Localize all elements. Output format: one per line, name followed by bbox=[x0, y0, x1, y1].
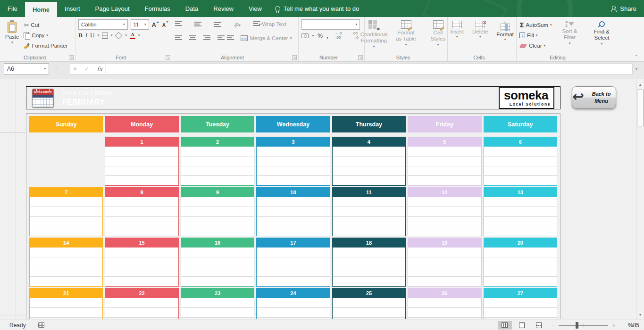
note-line[interactable] bbox=[333, 226, 405, 236]
cut-button[interactable]: ✂ Cut bbox=[24, 20, 67, 30]
date-cell-11[interactable]: 11 bbox=[332, 187, 406, 236]
note-line[interactable] bbox=[408, 267, 481, 277]
note-line[interactable] bbox=[333, 197, 405, 207]
tab-data[interactable]: Data bbox=[178, 0, 206, 17]
vertical-scrollbar[interactable]: ▲ ▼ bbox=[636, 79, 644, 320]
date-notes-area[interactable] bbox=[30, 298, 102, 319]
date-cell-22[interactable]: 22 bbox=[105, 288, 178, 319]
formula-bar-expand-icon[interactable]: ▾ bbox=[633, 67, 640, 71]
note-line[interactable] bbox=[408, 226, 481, 236]
number-dialog-launcher[interactable]: ↘ bbox=[358, 55, 363, 60]
note-line[interactable] bbox=[333, 257, 405, 267]
date-notes-area[interactable] bbox=[408, 248, 481, 286]
scroll-down-arrow[interactable]: ▼ bbox=[636, 310, 644, 319]
align-right-icon[interactable] bbox=[203, 35, 210, 41]
number-format-combo[interactable]: ▾ bbox=[301, 19, 360, 30]
note-line[interactable] bbox=[105, 157, 178, 166]
note-line[interactable] bbox=[408, 207, 481, 217]
date-notes-area[interactable] bbox=[484, 147, 557, 185]
note-line[interactable] bbox=[30, 267, 102, 277]
tell-me-box[interactable]: Tell me what you want to do bbox=[269, 0, 365, 17]
note-line[interactable] bbox=[408, 308, 481, 318]
tab-view[interactable]: View bbox=[241, 0, 269, 17]
date-notes-area[interactable] bbox=[105, 248, 178, 286]
insert-function-icon[interactable]: fx bbox=[97, 66, 102, 73]
note-line[interactable] bbox=[257, 176, 329, 185]
note-line[interactable] bbox=[484, 147, 557, 157]
format-cells-button[interactable]: ↔ Format ▾ bbox=[493, 19, 516, 53]
note-line[interactable] bbox=[181, 166, 254, 176]
tab-insert[interactable]: Insert bbox=[57, 0, 88, 17]
font-color-caret[interactable]: ▾ bbox=[138, 33, 140, 37]
date-notes-area[interactable] bbox=[257, 248, 329, 286]
font-color-icon[interactable]: A bbox=[130, 32, 135, 39]
underline-caret[interactable]: ▾ bbox=[97, 33, 99, 37]
fill-color-caret[interactable]: ▾ bbox=[125, 33, 127, 37]
increase-decimal-button[interactable]: ←.0 .00 bbox=[332, 32, 344, 40]
accounting-format-icon[interactable] bbox=[301, 33, 309, 38]
align-bottom-icon[interactable] bbox=[214, 21, 221, 27]
align-left-icon[interactable] bbox=[175, 35, 182, 41]
date-notes-area[interactable] bbox=[408, 197, 481, 236]
note-line[interactable] bbox=[105, 277, 178, 286]
note-line[interactable] bbox=[105, 298, 178, 308]
note-line[interactable] bbox=[257, 298, 329, 308]
zoom-slider-thumb[interactable] bbox=[576, 322, 578, 329]
note-line[interactable] bbox=[484, 207, 557, 217]
note-line[interactable] bbox=[105, 318, 178, 320]
note-line[interactable] bbox=[181, 217, 254, 227]
date-notes-area[interactable] bbox=[105, 298, 178, 319]
note-line[interactable] bbox=[333, 277, 405, 286]
back-to-menu-button[interactable]: ↩ Back to Menu bbox=[572, 86, 616, 109]
name-box[interactable]: A6 ▾ bbox=[4, 63, 49, 74]
note-line[interactable] bbox=[408, 176, 481, 185]
note-line[interactable] bbox=[257, 267, 329, 277]
note-line[interactable] bbox=[333, 147, 405, 157]
borders-icon[interactable] bbox=[102, 33, 108, 39]
cancel-icon[interactable]: × bbox=[73, 65, 77, 73]
font-dialog-launcher[interactable]: ↘ bbox=[166, 55, 170, 60]
date-cell-20[interactable]: 20 bbox=[484, 238, 557, 287]
date-notes-area[interactable] bbox=[333, 248, 405, 286]
note-line[interactable] bbox=[333, 207, 405, 217]
note-line[interactable] bbox=[30, 248, 102, 257]
note-line[interactable] bbox=[408, 298, 481, 308]
note-line[interactable] bbox=[484, 157, 557, 166]
date-cell-17[interactable]: 17 bbox=[256, 238, 330, 287]
note-line[interactable] bbox=[484, 197, 557, 207]
date-notes-area[interactable] bbox=[333, 197, 405, 236]
note-line[interactable] bbox=[105, 147, 178, 157]
date-cell-15[interactable]: 15 bbox=[105, 238, 178, 287]
tab-home[interactable]: Home bbox=[25, 2, 57, 17]
date-notes-area[interactable] bbox=[181, 298, 254, 319]
date-cell-5[interactable]: 5 bbox=[408, 137, 481, 186]
percent-style-button[interactable]: % bbox=[318, 33, 323, 39]
merge-center-button[interactable]: Merge & Center ▾ bbox=[241, 33, 295, 43]
note-line[interactable] bbox=[30, 226, 102, 236]
scroll-up-arrow[interactable]: ▲ bbox=[636, 80, 644, 89]
grow-font-button[interactable]: A▲ bbox=[152, 20, 159, 29]
note-line[interactable] bbox=[105, 257, 178, 267]
sort-filter-button[interactable]: AZ Sort & Filter ▾ bbox=[555, 19, 584, 53]
formula-input[interactable] bbox=[105, 63, 633, 74]
note-line[interactable] bbox=[333, 298, 405, 308]
align-top-icon[interactable] bbox=[175, 21, 182, 27]
date-cell-12[interactable]: 12 bbox=[408, 187, 481, 236]
date-notes-area[interactable] bbox=[408, 298, 481, 319]
page-break-view-button[interactable] bbox=[532, 321, 546, 330]
date-notes-area[interactable] bbox=[484, 197, 557, 236]
tab-file[interactable]: File bbox=[0, 0, 25, 17]
comma-style-button[interactable]: , bbox=[326, 33, 328, 39]
orientation-button[interactable]: ab▾ bbox=[234, 20, 250, 28]
note-line[interactable] bbox=[408, 197, 481, 207]
note-line[interactable] bbox=[105, 248, 178, 257]
date-cell-8[interactable]: 8 bbox=[105, 187, 178, 236]
note-line[interactable] bbox=[181, 248, 254, 257]
sheet-area[interactable]: CALENDAR 2016 CALENDAR FEBRUARY For othe… bbox=[0, 79, 644, 320]
date-cell-27[interactable]: 27 bbox=[484, 288, 557, 319]
note-line[interactable] bbox=[333, 267, 405, 277]
date-cell-24[interactable]: 24 bbox=[256, 288, 330, 319]
date-notes-area[interactable] bbox=[257, 147, 329, 185]
italic-button[interactable]: I bbox=[85, 32, 87, 39]
note-line[interactable] bbox=[181, 318, 254, 320]
